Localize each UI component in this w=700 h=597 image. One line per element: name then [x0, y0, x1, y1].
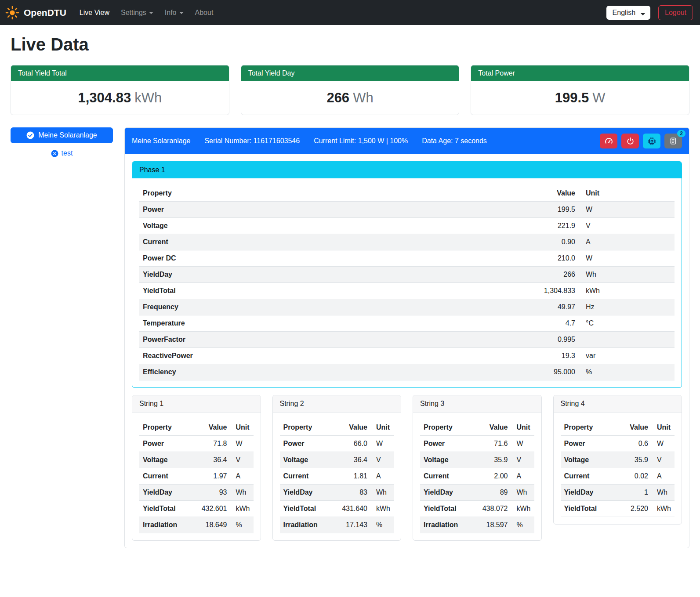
- card-header: Total Yield Day: [241, 65, 459, 81]
- column-header-property: Property: [280, 420, 339, 436]
- unit-cell: %: [371, 517, 394, 533]
- property-cell: Irradiation: [420, 517, 479, 533]
- property-cell: Voltage: [139, 452, 198, 468]
- table-row: Frequency 49.97 Hz: [139, 299, 675, 315]
- card-unit: W: [592, 90, 605, 105]
- string-4-table: Property Value Unit Power: [561, 420, 675, 517]
- table-row: YieldTotal 2.520 kWh: [561, 501, 675, 517]
- card-total-yield-total: Total Yield Total 1,304.83kWh: [11, 65, 229, 115]
- property-cell: Current: [561, 468, 620, 485]
- string-card-header: String 4: [554, 395, 682, 412]
- column-header-unit: Unit: [231, 420, 254, 436]
- column-header-unit: Unit: [579, 185, 675, 202]
- string-card-header: String 3: [413, 395, 541, 412]
- property-cell: YieldDay: [420, 485, 479, 501]
- value-cell: 0.995: [522, 332, 579, 348]
- inverter-selector-active[interactable]: Meine Solaranlage: [11, 127, 113, 143]
- table-row: YieldTotal 1,304.833 kWh: [139, 283, 675, 299]
- value-cell: 36.4: [338, 452, 371, 468]
- phase-card: Phase 1 Property Value Unit: [132, 161, 682, 388]
- property-cell: Current: [139, 468, 198, 485]
- unit-cell: W: [371, 436, 394, 452]
- chevron-down-icon: [179, 12, 184, 14]
- phase-card-body: Property Value Unit Power: [132, 178, 682, 380]
- value-cell: 0.6: [620, 436, 652, 452]
- page-title: Live Data: [11, 35, 689, 54]
- column-header-unit: Unit: [511, 420, 534, 436]
- table-row: YieldDay 266 Wh: [139, 267, 675, 283]
- event-log-button[interactable]: 2: [664, 134, 682, 148]
- card-total-yield-day: Total Yield Day 266Wh: [241, 65, 460, 115]
- unit-cell: [579, 332, 675, 348]
- value-cell: 431.640: [338, 501, 371, 517]
- value-cell: 1,304.833: [522, 283, 579, 299]
- value-cell: 71.8: [198, 436, 231, 452]
- property-cell: ReactivePower: [139, 348, 522, 364]
- string-2-table: Property Value Unit Power: [280, 420, 394, 533]
- unit-cell: V: [652, 452, 675, 468]
- value-cell: 35.9: [479, 452, 511, 468]
- logout-button[interactable]: Logout: [658, 5, 693, 20]
- unit-cell: W: [231, 436, 254, 452]
- nav-item-label: Settings: [121, 9, 146, 17]
- nav-item-info[interactable]: Info: [160, 5, 188, 20]
- property-cell: PowerFactor: [139, 332, 522, 348]
- column-header-value: Value: [338, 420, 371, 436]
- unit-cell: kWh: [511, 501, 534, 517]
- table-header-row: Property Value Unit: [139, 420, 254, 436]
- summary-cards-row: Total Yield Total 1,304.83kWh Total Yiel…: [11, 65, 689, 115]
- nav-item-live-view[interactable]: Live View: [75, 5, 114, 20]
- value-cell: 35.9: [620, 452, 652, 468]
- power-settings-button[interactable]: [621, 134, 639, 148]
- property-cell: Voltage: [139, 218, 522, 234]
- phase-table: Property Value Unit Power: [139, 185, 675, 380]
- inverter-actions: 2: [600, 134, 682, 148]
- power-icon: [626, 137, 635, 145]
- device-info-button[interactable]: [643, 134, 660, 148]
- inverter-panel: Meine Solaranlage Serial Number: 1161716…: [124, 127, 689, 548]
- limit-settings-button[interactable]: [600, 134, 617, 148]
- app-brand[interactable]: OpenDTU: [5, 6, 66, 20]
- nav-item-about[interactable]: About: [191, 5, 218, 20]
- phase-card-header: Phase 1: [132, 162, 682, 178]
- unit-cell: V: [579, 218, 675, 234]
- property-cell: YieldTotal: [280, 501, 339, 517]
- property-cell: YieldTotal: [420, 501, 479, 517]
- table-row: Power 199.5 W: [139, 202, 675, 218]
- property-cell: YieldDay: [139, 267, 522, 283]
- string-1-card: String 1 Property Value Unit: [132, 395, 261, 541]
- unit-cell: Wh: [652, 485, 675, 501]
- unit-cell: kWh: [579, 283, 675, 299]
- column-header-value: Value: [620, 420, 652, 436]
- value-cell: 0.02: [620, 468, 652, 485]
- table-row: Power DC 210.0 W: [139, 250, 675, 267]
- table-row: YieldTotal 432.601 kWh: [139, 501, 254, 517]
- language-select[interactable]: English: [606, 6, 650, 20]
- string-1-table: Property Value Unit Power: [139, 420, 254, 533]
- card-unit: kWh: [134, 90, 162, 105]
- unit-cell: V: [371, 452, 394, 468]
- value-cell: 221.9: [522, 218, 579, 234]
- card-body: 1,304.83kWh: [11, 81, 229, 115]
- nav-item-settings[interactable]: Settings: [116, 5, 158, 20]
- inverter-serial: Serial Number: 116171603546: [204, 137, 300, 145]
- string-card-body: Property Value Unit Power: [132, 412, 261, 533]
- table-row: YieldTotal 431.640 kWh: [280, 501, 394, 517]
- nav-item-label: Info: [165, 9, 177, 17]
- table-row: Power 0.6 W: [561, 436, 675, 452]
- property-cell: YieldDay: [561, 485, 620, 501]
- value-cell: 4.7: [522, 315, 579, 332]
- unit-cell: Wh: [371, 485, 394, 501]
- check-circle-icon: [26, 131, 34, 139]
- table-row: YieldTotal 438.072 kWh: [420, 501, 534, 517]
- column-header-value: Value: [198, 420, 231, 436]
- unit-cell: W: [579, 202, 675, 218]
- unit-cell: A: [371, 468, 394, 485]
- property-cell: Voltage: [420, 452, 479, 468]
- inverter-selector-inactive[interactable]: test: [11, 149, 113, 157]
- chevron-down-icon: [641, 13, 645, 15]
- value-cell: 210.0: [522, 250, 579, 267]
- unit-cell: kWh: [652, 501, 675, 517]
- unit-cell: W: [511, 436, 534, 452]
- card-unit: Wh: [353, 90, 374, 105]
